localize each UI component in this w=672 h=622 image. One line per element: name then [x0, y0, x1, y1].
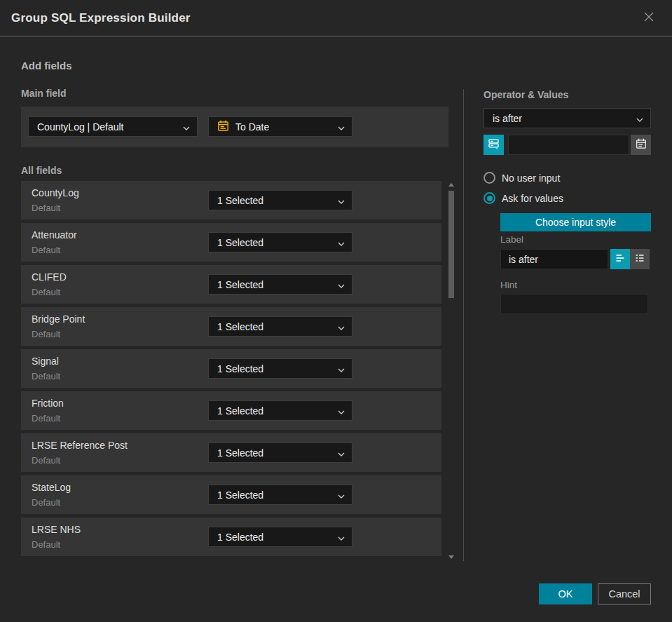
- chevron-down-icon: [338, 363, 345, 374]
- field-selection-select[interactable]: 1 Selected: [208, 400, 352, 421]
- radio-no-user-input[interactable]: No user input: [484, 172, 560, 184]
- field-row: Friction Default 1 Selected: [21, 391, 441, 430]
- field-row: CountyLog Default 1 Selected: [21, 181, 441, 219]
- field-name: Attenuator: [32, 229, 77, 241]
- field-type-select-value: To Date: [235, 121, 269, 133]
- chevron-down-icon: [338, 489, 345, 501]
- field-row: StateLog Default 1 Selected: [21, 475, 441, 514]
- main-field-heading: Main field: [21, 88, 67, 99]
- field-row: LRSE Reference Post Default 1 Selected: [21, 433, 441, 472]
- radio-circle-selected: [484, 192, 495, 204]
- main-field-select-value: CountyLog | Default: [37, 121, 124, 133]
- operator-values-heading: Operator & Values: [484, 89, 568, 100]
- list-style-button[interactable]: [630, 249, 650, 269]
- field-name: Signal: [32, 356, 59, 367]
- hint-caption: Hint: [500, 280, 517, 290]
- field-selection-select[interactable]: 1 Selected: [208, 190, 352, 210]
- chevron-down-icon: [338, 321, 345, 332]
- dialog-header: Group SQL Expression Builder: [0, 0, 672, 36]
- dialog-title: Group SQL Expression Builder: [11, 11, 191, 25]
- operator-select[interactable]: is after: [484, 108, 651, 128]
- choose-input-style-button[interactable]: Choose input style: [500, 213, 651, 231]
- chevron-down-icon: [183, 121, 190, 133]
- field-selection-value: 1 Selected: [217, 447, 263, 459]
- scrollbar-down-arrow[interactable]: [448, 555, 454, 559]
- close-icon: [643, 11, 655, 26]
- hint-input[interactable]: [500, 294, 648, 314]
- field-subtitle: Default: [32, 497, 60, 508]
- label-caption: Label: [500, 234, 523, 245]
- chevron-down-icon: [338, 405, 345, 417]
- field-subtitle: Default: [32, 287, 60, 297]
- all-fields-list: CountyLog Default 1 Selected Attenuator …: [21, 181, 441, 560]
- field-row: Bridge Point Default 1 Selected: [21, 307, 441, 346]
- field-selection-select[interactable]: 1 Selected: [208, 527, 352, 547]
- field-name: CountyLog: [32, 187, 79, 198]
- field-row: Attenuator Default 1 Selected: [21, 223, 441, 262]
- single-line-style-button[interactable]: [610, 249, 630, 269]
- field-selection-select[interactable]: 1 Selected: [208, 358, 352, 379]
- operator-select-value: is after: [493, 113, 522, 124]
- field-selection-select[interactable]: 1 Selected: [208, 232, 352, 252]
- field-selection-value: 1 Selected: [217, 279, 263, 290]
- add-fields-heading: Add fields: [21, 60, 72, 72]
- field-name: StateLog: [32, 482, 71, 493]
- field-subtitle: Default: [32, 329, 60, 339]
- field-selection-select[interactable]: 1 Selected: [208, 274, 352, 295]
- field-subtitle: Default: [32, 413, 60, 424]
- cancel-button[interactable]: Cancel: [598, 583, 651, 604]
- calendar-icon: [636, 138, 647, 152]
- field-selection-value: 1 Selected: [217, 195, 263, 206]
- field-subtitle: Default: [32, 371, 60, 381]
- field-selection-select[interactable]: 1 Selected: [208, 485, 352, 505]
- field-row: CLIFED Default 1 Selected: [21, 265, 441, 304]
- date-picker-button[interactable]: [631, 135, 651, 155]
- list-scrollbar: [448, 181, 455, 561]
- field-subtitle: Default: [32, 203, 60, 213]
- value-input-row: [484, 135, 651, 155]
- align-left-icon: [615, 252, 626, 266]
- value-date-input[interactable]: [508, 135, 629, 155]
- label-input-row: [500, 249, 650, 269]
- stacked-values-icon: [488, 137, 500, 152]
- field-selection-value: 1 Selected: [217, 405, 263, 417]
- main-field-panel: CountyLog | Default To Date: [21, 107, 448, 147]
- field-selection-value: 1 Selected: [217, 321, 263, 332]
- chevron-down-icon: [338, 279, 345, 290]
- label-input[interactable]: [500, 249, 608, 269]
- ok-button[interactable]: OK: [539, 583, 592, 604]
- field-subtitle: Default: [32, 539, 60, 550]
- chevron-down-icon: [338, 532, 345, 543]
- field-selection-value: 1 Selected: [217, 532, 263, 543]
- field-selection-select[interactable]: 1 Selected: [208, 442, 352, 463]
- chevron-down-icon: [338, 447, 345, 459]
- radio-ask-for-values-label: Ask for values: [502, 193, 563, 204]
- chevron-down-icon: [338, 195, 345, 206]
- close-button[interactable]: [640, 9, 658, 27]
- field-name: Bridge Point: [32, 313, 85, 325]
- field-row: Signal Default 1 Selected: [21, 349, 441, 388]
- calendar-gold-icon: [217, 120, 229, 134]
- field-selection-select[interactable]: 1 Selected: [208, 316, 352, 337]
- radio-circle-unselected: [484, 172, 495, 184]
- vertical-divider: [463, 89, 464, 561]
- scrollbar-thumb[interactable]: [448, 191, 454, 298]
- field-name: Friction: [32, 398, 64, 409]
- field-subtitle: Default: [32, 245, 60, 255]
- radio-no-user-input-label: No user input: [502, 173, 560, 184]
- chevron-down-icon: [636, 113, 643, 124]
- field-selection-value: 1 Selected: [217, 363, 263, 374]
- field-row: LRSE NHS Default 1 Selected: [21, 518, 441, 556]
- value-source-toggle-button[interactable]: [484, 135, 504, 155]
- chevron-down-icon: [338, 237, 345, 248]
- field-name: LRSE Reference Post: [32, 440, 128, 451]
- field-selection-value: 1 Selected: [217, 489, 263, 501]
- all-fields-heading: All fields: [21, 165, 62, 176]
- radio-ask-for-values[interactable]: Ask for values: [484, 192, 563, 204]
- field-name: CLIFED: [32, 271, 67, 283]
- field-name: LRSE NHS: [32, 524, 81, 535]
- field-subtitle: Default: [32, 455, 60, 466]
- scrollbar-up-arrow[interactable]: [448, 183, 454, 187]
- field-type-select[interactable]: To Date: [208, 116, 352, 137]
- main-field-select[interactable]: CountyLog | Default: [28, 116, 198, 137]
